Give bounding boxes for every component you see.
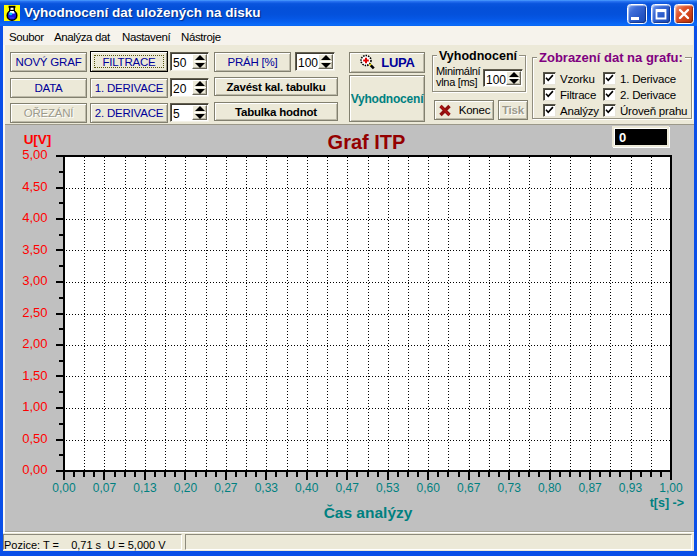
- svg-text:0,60: 0,60: [417, 481, 441, 495]
- svg-text:0,13: 0,13: [133, 481, 157, 495]
- svg-text:U[V]: U[V]: [24, 132, 52, 147]
- svg-text:0,40: 0,40: [295, 481, 319, 495]
- svg-text:1,00: 1,00: [659, 481, 683, 495]
- svg-text:Graf ITP: Graf ITP: [328, 131, 406, 153]
- svg-text:0,67: 0,67: [457, 481, 481, 495]
- svg-text:0,47: 0,47: [336, 481, 360, 495]
- svg-text:0,73: 0,73: [497, 481, 521, 495]
- svg-text:2,50: 2,50: [22, 305, 47, 320]
- svg-text:1,50: 1,50: [22, 368, 47, 383]
- svg-text:0,80: 0,80: [538, 481, 562, 495]
- svg-text:0,53: 0,53: [376, 481, 400, 495]
- svg-text:1,00: 1,00: [22, 399, 47, 414]
- svg-text:0,00: 0,00: [52, 481, 76, 495]
- svg-text:0,20: 0,20: [174, 481, 198, 495]
- svg-text:0,87: 0,87: [578, 481, 602, 495]
- svg-text:0,50: 0,50: [22, 431, 47, 446]
- svg-text:3,50: 3,50: [22, 242, 47, 257]
- svg-text:0,27: 0,27: [214, 481, 238, 495]
- svg-text:0,93: 0,93: [619, 481, 643, 495]
- svg-text:2,00: 2,00: [22, 336, 47, 351]
- svg-text:3,00: 3,00: [22, 273, 47, 288]
- svg-text:0,33: 0,33: [255, 481, 279, 495]
- svg-text:Čas analýzy: Čas analýzy: [324, 504, 413, 521]
- svg-text:4,50: 4,50: [22, 179, 47, 194]
- svg-text:4,00: 4,00: [22, 210, 47, 225]
- svg-text:0,00: 0,00: [22, 462, 47, 477]
- svg-text:0,07: 0,07: [93, 481, 117, 495]
- svg-text:5,00: 5,00: [22, 147, 47, 162]
- svg-text:t[s] ->: t[s] ->: [650, 496, 684, 510]
